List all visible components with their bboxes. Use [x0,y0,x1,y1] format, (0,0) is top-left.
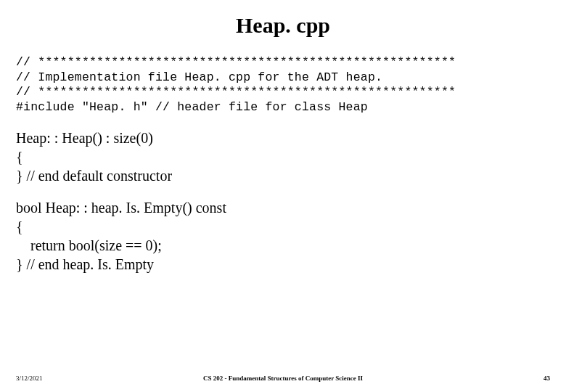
code-line: // *************************************… [16,85,456,99]
slide: Heap. cpp // ***************************… [0,0,566,392]
footer-date: 3/12/2021 [16,375,43,382]
footer-course: CS 202 - Fundamental Structures of Compu… [203,375,363,382]
body-line: { [16,147,550,166]
footer-page: 43 [544,375,550,382]
code-comment-block: // *************************************… [16,55,550,115]
body-line: } // end heap. Is. Empty [16,255,550,274]
page-title: Heap. cpp [16,13,550,38]
body-line: bool Heap: : heap. Is. Empty() const [16,198,550,217]
body-line: Heap: : Heap() : size(0) [16,128,550,147]
body-line: } // end default constructor [16,166,550,185]
footer: 3/12/2021 CS 202 - Fundamental Structure… [0,375,566,382]
isempty-block: bool Heap: : heap. Is. Empty() const { r… [16,198,550,274]
constructor-block: Heap: : Heap() : size(0) { } // end defa… [16,128,550,185]
code-line: #include "Heap. h" // header file for cl… [16,100,368,114]
body-line: { [16,217,550,236]
code-line: // *************************************… [16,55,456,69]
body-line: return bool(size == 0); [16,236,550,255]
code-line: // Implementation file Heap. cpp for the… [16,70,382,84]
